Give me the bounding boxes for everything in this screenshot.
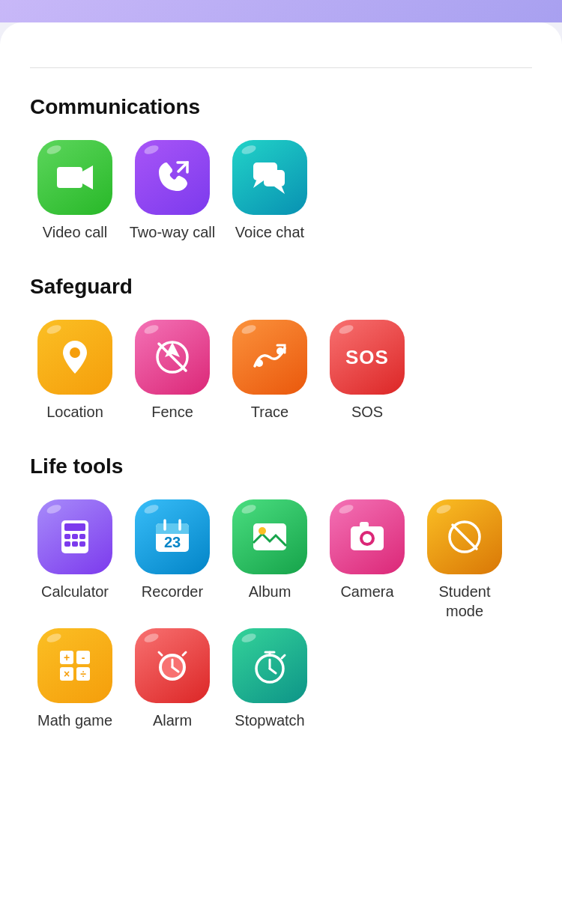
icon-label-two-way-call: Two-way call (130, 222, 215, 242)
sos-label: SOS (345, 346, 389, 369)
svg-point-7 (70, 347, 80, 358)
recorder-icon: 23 (151, 516, 193, 558)
icon-circle-recorder: 23 (135, 499, 210, 574)
svg-rect-18 (72, 541, 78, 547)
math-game-icon: + - × ÷ (54, 645, 96, 687)
icon-item-student-mode[interactable]: Student mode (420, 499, 510, 621)
svg-rect-14 (64, 534, 70, 539)
icon-item-fence[interactable]: Fence (127, 320, 217, 422)
calculator-icon (54, 516, 96, 558)
svg-point-10 (256, 359, 263, 367)
icon-circle-student-mode (427, 499, 502, 574)
icon-item-stopwatch[interactable]: Stopwatch (225, 628, 315, 730)
svg-line-53 (282, 655, 285, 658)
svg-rect-13 (64, 523, 85, 531)
trace-icon (249, 336, 291, 378)
icon-label-stopwatch: Stopwatch (235, 711, 304, 730)
icon-item-location[interactable]: Location (30, 320, 120, 422)
section-life-tools: Life tools Calculator 23 Recorder Album (30, 455, 532, 730)
svg-rect-15 (72, 534, 78, 539)
section-title-life-tools: Life tools (30, 455, 532, 478)
svg-rect-19 (79, 541, 85, 547)
icon-circle-video-call (37, 140, 112, 215)
student-mode-icon (444, 516, 486, 558)
svg-text:÷: ÷ (80, 668, 86, 680)
svg-rect-17 (64, 541, 70, 547)
icon-item-alarm[interactable]: Alarm (127, 628, 217, 730)
icon-item-recorder[interactable]: 23 Recorder (127, 499, 217, 621)
svg-text:23: 23 (164, 534, 181, 550)
svg-rect-16 (79, 534, 85, 539)
svg-rect-0 (57, 167, 82, 188)
top-bar (0, 0, 562, 22)
icon-item-video-call[interactable]: Video call (30, 140, 120, 242)
icon-label-student-mode: Student mode (420, 582, 510, 621)
sections-container: Communications Video call Two-way call V… (30, 95, 532, 730)
icon-item-calculator[interactable]: Calculator (30, 499, 120, 621)
icon-grid-life-tools: Calculator 23 Recorder Album Camera Stud… (30, 499, 532, 730)
icon-grid-communications: Video call Two-way call Voice chat (30, 140, 532, 242)
icon-circle-sos: SOS (330, 320, 405, 395)
icon-item-two-way-call[interactable]: Two-way call (127, 140, 217, 242)
section-title-communications: Communications (30, 95, 532, 119)
svg-line-47 (183, 652, 186, 655)
icon-circle-fence (135, 320, 210, 395)
icon-label-location: Location (46, 402, 103, 422)
album-icon (249, 516, 291, 558)
icon-circle-trace (232, 320, 307, 395)
svg-line-2 (178, 162, 187, 171)
fence-icon (151, 336, 193, 378)
icon-label-video-call: Video call (43, 222, 107, 242)
icon-label-camera: Camera (340, 582, 393, 601)
icon-label-math-game: Math game (37, 711, 112, 730)
icon-circle-voice-chat (232, 140, 307, 215)
icon-item-camera[interactable]: Camera (322, 499, 412, 621)
svg-text:-: - (82, 651, 85, 663)
svg-rect-5 (264, 170, 285, 186)
svg-line-50 (270, 669, 276, 673)
stopwatch-icon (249, 645, 291, 687)
icon-item-trace[interactable]: Trace (225, 320, 315, 422)
icon-item-math-game[interactable]: + - × ÷ Math game (30, 628, 120, 730)
svg-point-27 (259, 527, 266, 535)
divider (30, 67, 532, 68)
icon-circle-stopwatch (232, 628, 307, 703)
svg-marker-1 (82, 165, 93, 189)
main-card: Communications Video call Two-way call V… (0, 22, 562, 924)
svg-text:×: × (64, 668, 70, 680)
icon-label-sos: SOS (351, 402, 383, 422)
svg-line-46 (159, 652, 162, 655)
svg-marker-4 (253, 180, 264, 188)
icon-label-fence: Fence (151, 402, 193, 422)
voice-chat-icon (249, 156, 291, 198)
icon-item-sos[interactable]: SOSSOS (322, 320, 412, 422)
svg-line-33 (453, 525, 477, 549)
video-call-icon (54, 156, 96, 198)
icon-circle-calculator (37, 499, 112, 574)
section-communications: Communications Video call Two-way call V… (30, 95, 532, 242)
icon-circle-album (232, 499, 307, 574)
icon-label-calculator: Calculator (41, 582, 109, 601)
icon-circle-math-game: + - × ÷ (37, 628, 112, 703)
section-safeguard: Safeguard Location Fence TraceSOSSOS (30, 275, 532, 422)
camera-icon (346, 516, 388, 558)
section-title-safeguard: Safeguard (30, 275, 532, 299)
icon-circle-two-way-call (135, 140, 210, 215)
icon-label-voice-chat: Voice chat (235, 222, 304, 242)
svg-rect-31 (360, 522, 369, 528)
icon-item-album[interactable]: Album (225, 499, 315, 621)
location-icon (54, 336, 96, 378)
svg-marker-6 (274, 186, 285, 194)
icon-grid-safeguard: Location Fence TraceSOSSOS (30, 320, 532, 422)
icon-circle-alarm (135, 628, 210, 703)
svg-point-11 (277, 347, 284, 355)
icon-label-recorder: Recorder (142, 582, 203, 601)
icon-item-voice-chat[interactable]: Voice chat (225, 140, 315, 242)
two-way-call-icon (151, 156, 193, 198)
icon-label-album: Album (249, 582, 291, 601)
alarm-icon (151, 645, 193, 687)
svg-text:+: + (64, 651, 70, 663)
svg-point-30 (363, 534, 372, 543)
icon-label-alarm: Alarm (153, 711, 192, 730)
icon-label-trace: Trace (251, 402, 288, 422)
